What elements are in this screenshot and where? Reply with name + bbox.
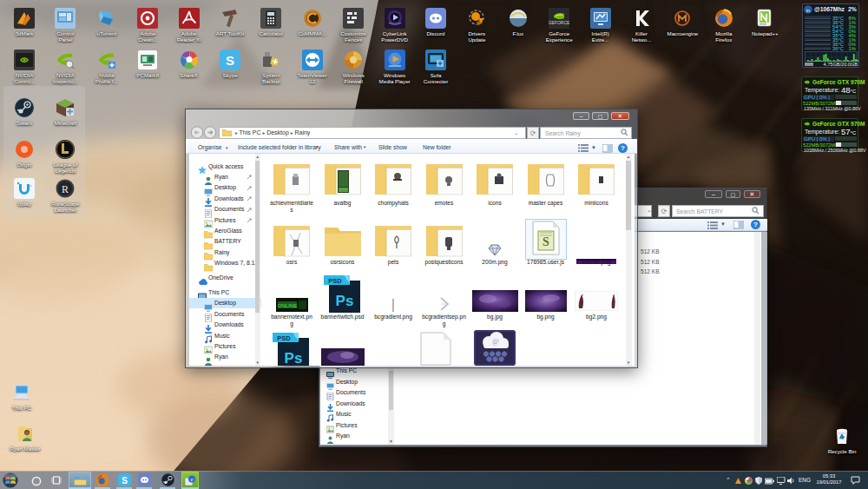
svg-text:S: S <box>122 476 128 486</box>
svg-text:S: S <box>226 53 234 68</box>
svg-text:Ps: Ps <box>285 350 303 366</box>
svg-text:S: S <box>542 235 549 248</box>
svg-text:GEFORCE: GEFORCE <box>549 20 569 25</box>
svg-text:e: e <box>190 476 193 483</box>
svg-text:@: @ <box>492 338 498 346</box>
svg-text:R: R <box>62 183 69 195</box>
svg-text:in: in <box>806 8 810 13</box>
svg-text:PSD: PSD <box>328 277 342 285</box>
svg-text:PSD: PSD <box>277 334 291 342</box>
svg-text:Ps: Ps <box>335 293 353 309</box>
svg-text:ONLINE: ONLINE <box>277 303 296 308</box>
